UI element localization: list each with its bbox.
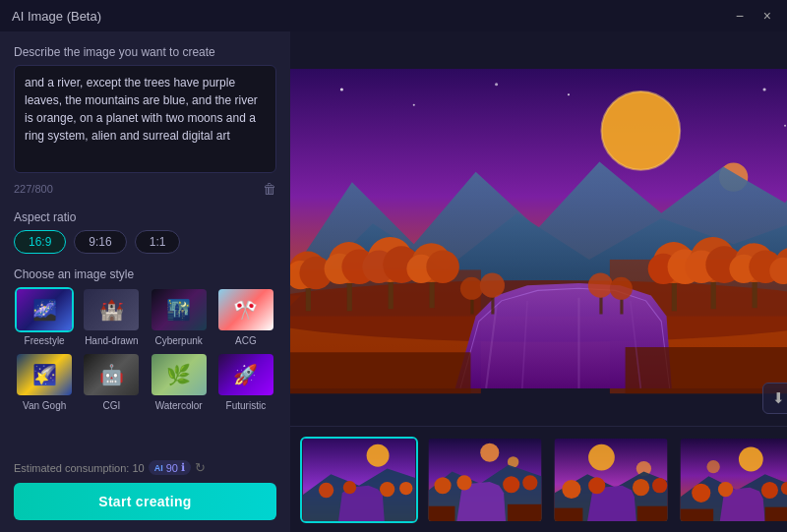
svg-point-83	[633, 479, 649, 496]
svg-point-53	[610, 277, 633, 300]
style-thumb-watercolor: 🌿	[150, 352, 209, 397]
svg-rect-75	[429, 505, 455, 520]
svg-point-30	[426, 251, 459, 284]
svg-point-47	[460, 277, 483, 300]
svg-point-66	[399, 481, 412, 494]
prompt-label: Describe the image you want to create	[14, 45, 276, 59]
svg-point-74	[522, 475, 537, 490]
download-button[interactable]: ⬇	[762, 383, 787, 414]
aspect-section: Aspect ratio 16:9 9:16 1:1	[14, 210, 276, 254]
close-button[interactable]: ×	[759, 8, 775, 24]
refresh-icon[interactable]: ↻	[195, 460, 206, 475]
handdrawn-preview: 🏰	[84, 289, 139, 330]
style-label-watercolor: Watercolor	[155, 400, 203, 411]
thumbnail-4-image	[680, 439, 787, 521]
thumbnail-3-image	[554, 439, 668, 521]
svg-rect-85	[555, 507, 583, 520]
style-thumb-cgi: 🤖	[82, 352, 141, 397]
svg-point-6	[495, 83, 498, 86]
prompt-footer: 227/800 🗑	[14, 181, 276, 197]
info-icon: ℹ	[181, 461, 185, 474]
prompt-textarea[interactable]: and a river, except the trees have purpl…	[14, 65, 276, 173]
style-item-cgi[interactable]: 🤖 CGI	[81, 352, 142, 411]
ai-credits-badge: AI 90 ℹ	[149, 460, 191, 475]
aspect-buttons: 16:9 9:16 1:1	[14, 230, 276, 254]
freestyle-preview: 🌌	[17, 289, 72, 330]
svg-point-82	[588, 477, 605, 494]
thumbnail-3[interactable]	[552, 437, 670, 523]
style-label-cyberpunk: Cyberpunk	[154, 335, 202, 346]
svg-point-71	[434, 477, 451, 494]
svg-point-49	[480, 273, 505, 298]
cgi-preview: 🤖	[84, 354, 139, 395]
svg-point-9	[784, 125, 786, 127]
style-item-watercolor[interactable]: 🌿 Watercolor	[149, 352, 210, 411]
svg-point-78	[588, 443, 615, 470]
start-creating-button[interactable]: Start creating	[14, 483, 276, 520]
style-item-cyberpunk[interactable]: 🌃 Cyberpunk	[149, 287, 210, 346]
style-thumb-vangogh: 🌠	[15, 352, 74, 397]
vangogh-preview: 🌠	[17, 354, 72, 395]
app-title: AI Image (Beta)	[12, 9, 101, 24]
main-artwork	[290, 31, 787, 426]
svg-point-73	[503, 476, 519, 493]
right-panel: ⬇	[290, 31, 787, 532]
svg-point-61	[367, 443, 390, 466]
svg-point-72	[456, 475, 471, 490]
aspect-label: Aspect ratio	[14, 210, 276, 224]
style-item-acg[interactable]: 🎌 ACG	[215, 287, 276, 346]
thumbnail-4[interactable]	[678, 437, 787, 523]
style-label-freestyle: Freestyle	[25, 335, 65, 346]
style-label-vangogh: Van Gogh	[23, 400, 66, 411]
aspect-9-16[interactable]: 9:16	[74, 230, 126, 254]
consumption-bar: Estimated consumption: 10 AI 90 ℹ ↻	[14, 460, 276, 475]
svg-rect-54	[290, 352, 470, 393]
thumbnail-1[interactable]	[300, 437, 418, 523]
style-item-vangogh[interactable]: 🌠 Van Gogh	[14, 352, 75, 411]
style-thumb-handdrawn: 🏰	[82, 287, 141, 332]
aspect-16-9[interactable]: 16:9	[14, 230, 66, 254]
svg-rect-95	[681, 508, 713, 520]
main-content: Describe the image you want to create an…	[0, 31, 787, 532]
char-count: 227/800	[14, 183, 53, 195]
prompt-section: Describe the image you want to create an…	[14, 45, 276, 197]
left-panel-bottom: Estimated consumption: 10 AI 90 ℹ ↻ Star…	[14, 460, 276, 520]
svg-point-89	[706, 459, 719, 472]
thumbnail-strip	[290, 426, 787, 532]
svg-point-81	[562, 480, 580, 499]
acg-preview: 🎌	[218, 289, 273, 330]
svg-point-84	[652, 478, 667, 493]
estimated-text: Estimated consumption: 10	[14, 462, 145, 474]
svg-point-4	[340, 88, 343, 90]
svg-point-68	[480, 443, 499, 461]
style-item-handdrawn[interactable]: 🏰 Hand-drawn	[81, 287, 142, 346]
clear-button[interactable]: 🗑	[263, 181, 276, 197]
style-label: Choose an image style	[14, 267, 276, 281]
style-label-cgi: CGI	[102, 400, 120, 411]
thumbnail-1-image	[302, 439, 416, 521]
style-grid: 🌌 Freestyle 🏰 Hand-drawn 🌃 Cyberpunk	[14, 287, 276, 411]
svg-point-88	[739, 446, 763, 471]
watercolor-preview: 🌿	[151, 354, 207, 395]
main-image-area: ⬇	[290, 31, 787, 426]
style-section: Choose an image style 🌌 Freestyle 🏰 Hand…	[14, 267, 276, 411]
svg-point-65	[380, 481, 394, 496]
style-item-freestyle[interactable]: 🌌 Freestyle	[14, 287, 75, 346]
aspect-1-1[interactable]: 1:1	[135, 230, 181, 254]
style-item-futuristic[interactable]: 🚀 Futuristic	[215, 352, 276, 411]
svg-point-64	[343, 480, 356, 493]
svg-rect-76	[508, 503, 541, 520]
credits-value: 90	[166, 462, 178, 474]
svg-point-51	[588, 273, 613, 298]
minimize-button[interactable]: −	[732, 8, 748, 24]
svg-point-92	[718, 481, 733, 496]
titlebar: AI Image (Beta) − ×	[0, 0, 787, 31]
style-thumb-cyberpunk: 🌃	[150, 287, 209, 332]
svg-point-93	[761, 481, 778, 498]
svg-point-63	[319, 482, 333, 497]
style-label-futuristic: Futuristic	[226, 400, 267, 411]
window-controls: − ×	[732, 8, 775, 24]
left-panel: Describe the image you want to create an…	[0, 31, 290, 532]
svg-point-5	[413, 104, 415, 106]
thumbnail-2[interactable]	[426, 437, 544, 523]
